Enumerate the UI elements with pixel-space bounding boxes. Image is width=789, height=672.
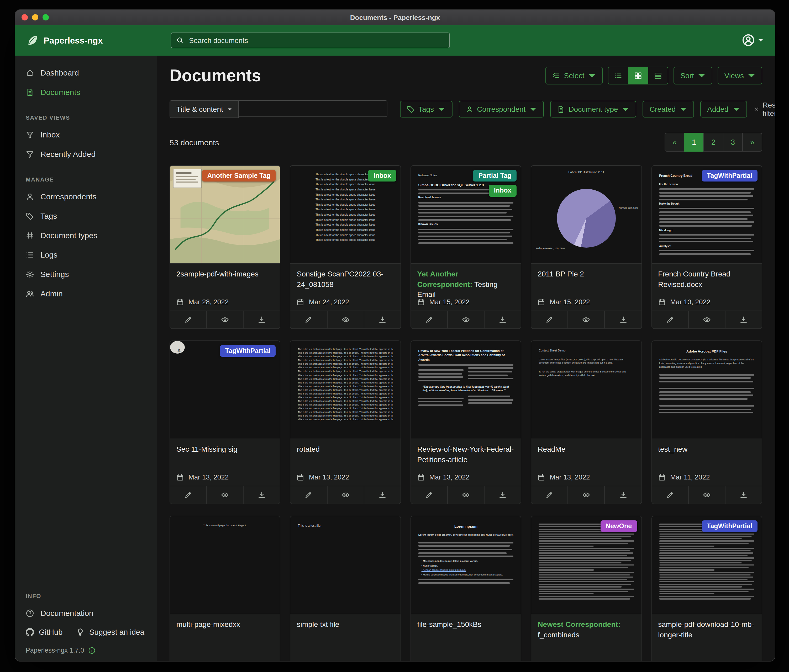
added-filter-button[interactable]: Added xyxy=(700,101,747,118)
document-title[interactable]: sample-pdf-download-10-mb-longer-title xyxy=(658,619,755,640)
edit-document-button[interactable] xyxy=(170,486,207,503)
document-title[interactable]: Sec 11-Missing sig xyxy=(176,444,274,455)
document-thumbnail[interactable]: This is a test file. xyxy=(291,516,401,614)
document-correspondent[interactable]: Yet Another Correspondent: xyxy=(417,270,473,288)
document-title[interactable]: simple txt file xyxy=(297,619,394,630)
document-thumbnail[interactable]: Lorem ipsumLorem ipsum dolor sit amet, c… xyxy=(411,516,521,614)
document-thumbnail[interactable]: This is a multi page document. Page 1. xyxy=(170,516,280,614)
search-input[interactable] xyxy=(188,36,444,45)
sidebar-item-github[interactable]: GitHub xyxy=(26,628,62,636)
download-document-button[interactable] xyxy=(605,486,641,503)
document-title[interactable]: 2sample-pdf-with-images xyxy=(176,269,274,279)
edit-document-button[interactable] xyxy=(291,486,327,503)
document-thumbnail[interactable]: NewOne xyxy=(531,516,641,614)
edit-document-button[interactable] xyxy=(652,486,688,503)
app-brand[interactable]: Paperless-ngx xyxy=(15,35,103,46)
document-tag[interactable]: TagWithPartial xyxy=(701,170,757,182)
download-document-button[interactable] xyxy=(484,311,521,328)
download-document-button[interactable] xyxy=(605,311,641,328)
document-title[interactable]: test_new xyxy=(658,444,755,455)
edit-document-button[interactable] xyxy=(291,311,327,328)
edit-document-button[interactable] xyxy=(411,486,448,503)
sort-button[interactable]: Sort xyxy=(674,67,712,84)
download-document-button[interactable] xyxy=(244,311,280,328)
pagination-page-[interactable]: « xyxy=(664,133,685,151)
document-title[interactable]: file-sample_150kBs xyxy=(417,619,515,630)
document-tag[interactable]: NewOne xyxy=(600,521,637,532)
preview-document-button[interactable] xyxy=(327,486,364,503)
download-document-button[interactable] xyxy=(364,311,400,328)
document-title[interactable]: Newest Correspondent: f_combineds xyxy=(538,619,635,640)
download-document-button[interactable] xyxy=(725,486,762,503)
document-card[interactable]: 11. CONTINUING MEDICAL EDUCATIONTagWithP… xyxy=(169,341,281,504)
tags-filter-button[interactable]: Tags xyxy=(400,101,452,118)
document-tag[interactable]: TagWithPartial xyxy=(220,345,276,357)
view-list-button[interactable] xyxy=(608,67,628,84)
document-card[interactable]: This is a multi page document. Page 1.mu… xyxy=(169,516,281,661)
document-card[interactable]: NewOneNewest Correspondent: f_combineds xyxy=(531,516,642,661)
document-title[interactable]: Sonstige ScanPC2022 03-24_081058 xyxy=(297,269,394,290)
edit-document-button[interactable] xyxy=(411,311,448,328)
title-content-input[interactable] xyxy=(239,100,387,117)
preview-document-button[interactable] xyxy=(448,486,484,503)
edit-document-button[interactable] xyxy=(170,311,207,328)
download-document-button[interactable] xyxy=(364,486,400,503)
document-thumbnail[interactable]: Review of New York Federal Petitions for… xyxy=(411,341,521,439)
document-title[interactable]: multi-page-mixedxx xyxy=(176,619,274,630)
document-thumbnail[interactable]: Another Sample Tag xyxy=(170,166,280,264)
sidebar-item-documentation[interactable]: Documentation xyxy=(15,603,157,623)
view-grid-button[interactable] xyxy=(628,67,648,84)
document-card[interactable]: Lorem ipsumLorem ipsum dolor sit amet, c… xyxy=(410,516,522,661)
sidebar-item-tags[interactable]: Tags xyxy=(15,206,157,226)
document-tag[interactable]: Inbox xyxy=(489,185,517,197)
document-tag[interactable]: TagWithPartial xyxy=(701,521,757,532)
edit-document-button[interactable] xyxy=(652,311,688,328)
user-menu[interactable] xyxy=(742,33,763,47)
title-content-dropdown[interactable]: Title & content xyxy=(169,100,239,118)
document-card[interactable]: Patient BP Distribution 2011Normal, 232,… xyxy=(531,165,642,329)
sidebar-item-dashboard[interactable]: Dashboard xyxy=(15,63,157,82)
global-search[interactable] xyxy=(171,32,450,48)
document-tag[interactable]: Partial Tag xyxy=(473,170,517,182)
pagination-page-[interactable]: » xyxy=(742,133,762,151)
info-circle-icon[interactable] xyxy=(88,647,96,654)
document-card[interactable]: French Country BreadFor the Leaven:Make … xyxy=(651,165,762,329)
document-title[interactable]: rotated xyxy=(297,444,394,455)
document-thumbnail[interactable]: This is a test for the double space char… xyxy=(291,166,401,264)
pagination-page-1[interactable]: 1 xyxy=(684,133,704,151)
view-large-grid-button[interactable] xyxy=(648,67,668,84)
sidebar-item-settings[interactable]: Settings xyxy=(15,264,157,284)
document-title[interactable]: ReadMe xyxy=(538,444,635,455)
reset-filters-button[interactable]: Reset filters xyxy=(753,101,775,118)
download-document-button[interactable] xyxy=(244,486,280,503)
document-thumbnail[interactable]: Patient BP Distribution 2011Normal, 232,… xyxy=(531,166,641,264)
document-title[interactable]: French Country Bread Revised.docx xyxy=(658,269,755,290)
document-correspondent[interactable]: Newest Correspondent: xyxy=(538,620,620,629)
pagination-page-2[interactable]: 2 xyxy=(703,133,724,151)
document-card[interactable]: TagWithPartialsample-pdf-download-10-mb-… xyxy=(651,516,762,661)
document-tag[interactable]: Another Sample Tag xyxy=(202,170,276,182)
preview-document-button[interactable] xyxy=(207,311,244,328)
document-thumbnail[interactable]: This is the text that appears on the fir… xyxy=(291,341,401,439)
document-card[interactable]: Release NotesSimba ODBC Driver for SQL S… xyxy=(410,165,522,329)
document-thumbnail[interactable]: TagWithPartial xyxy=(652,516,762,614)
preview-document-button[interactable] xyxy=(568,311,605,328)
created-filter-button[interactable]: Created xyxy=(643,101,694,118)
document-type-filter-button[interactable]: Document type xyxy=(550,101,636,118)
sidebar-item-recently-added[interactable]: Recently Added xyxy=(15,144,157,164)
document-thumbnail[interactable]: 11. CONTINUING MEDICAL EDUCATIONTagWithP… xyxy=(170,341,280,439)
document-card[interactable]: Another Sample Tag2sample-pdf-with-image… xyxy=(169,165,281,329)
sidebar-item-correspondents[interactable]: Correspondents xyxy=(15,187,157,206)
preview-document-button[interactable] xyxy=(327,311,364,328)
document-title[interactable]: 2011 BP Pie 2 xyxy=(538,269,635,279)
correspondent-filter-button[interactable]: Correspondent xyxy=(458,101,544,118)
document-card[interactable]: Contact Sheet DemoGiven a set of image f… xyxy=(531,341,642,504)
pagination-page-3[interactable]: 3 xyxy=(723,133,743,151)
document-card[interactable]: Adobe Acrobat PDF FilesAdobe® Portable D… xyxy=(651,341,762,504)
document-thumbnail[interactable]: Adobe Acrobat PDF FilesAdobe® Portable D… xyxy=(652,341,762,439)
preview-document-button[interactable] xyxy=(568,486,605,503)
edit-document-button[interactable] xyxy=(531,311,568,328)
preview-document-button[interactable] xyxy=(448,311,484,328)
document-tag[interactable]: Inbox xyxy=(368,170,396,182)
minimize-window-button[interactable] xyxy=(32,14,38,21)
